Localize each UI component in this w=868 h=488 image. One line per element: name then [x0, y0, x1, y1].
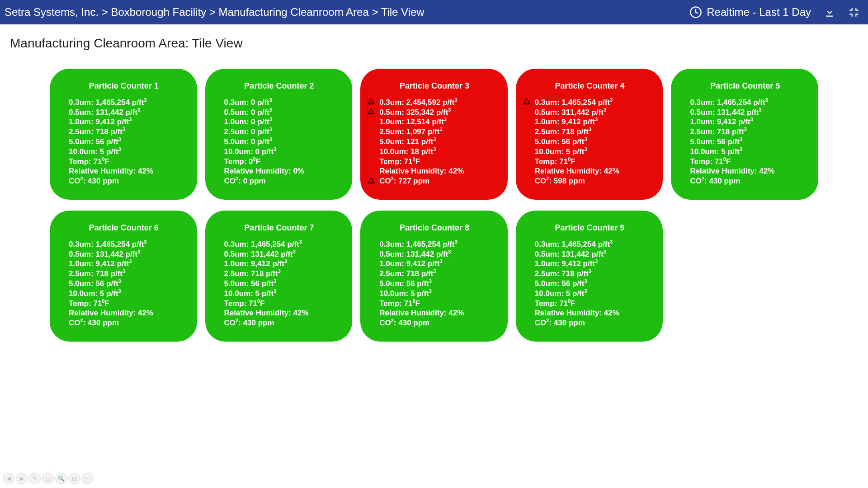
metric-value: 10.0um: 5 p/ft3: [224, 289, 277, 298]
metric-value: 1.0um: 9,412 p/ft3: [535, 259, 598, 268]
metric-value: 0.5um: 325,342 p/ft3: [379, 108, 451, 117]
metric-row: Relative Humidity: 42%: [60, 166, 191, 176]
metric-row: 1.0um: 9,412 p/ft3: [60, 259, 191, 269]
metric-row: 1.0um: 0 p/ft3: [215, 117, 346, 127]
metric-row: CO2: 430 ppm: [215, 318, 346, 328]
metric-row: 0.3um: 1,465,254 p/ft3: [60, 97, 191, 107]
tile-title: Particle Counter 4: [523, 81, 657, 91]
metric-value: 1.0um: 9,412 p/ft3: [69, 117, 132, 126]
subtitle-button[interactable]: ▤: [68, 473, 80, 484]
sensor-tile[interactable]: Particle Counter 60.3um: 1,465,254 p/ft3…: [50, 211, 197, 342]
metric-row: 5.0um: 0 p/ft3: [215, 137, 346, 147]
metric-row: 5.0um: 56 p/ft3: [681, 137, 812, 147]
tile-title: Particle Counter 8: [368, 223, 501, 233]
metric-value: 10.0um: 5 p/ft3: [379, 289, 432, 298]
metric-value: CO2: 598 ppm: [535, 177, 585, 185]
metric-value: 0.3um: 1,465,254 p/ft3: [224, 240, 302, 249]
next-button[interactable]: ▶: [16, 473, 28, 484]
metric-value: 10.0um: 5 p/ft3: [69, 289, 121, 298]
tile-metrics: 0.3um: 1,465,254 p/ft30.5um: 131,442 p/f…: [212, 239, 346, 328]
sensor-tile[interactable]: Particle Counter 4!0.3um: 1,465,254 p/ft…: [516, 69, 663, 200]
sensor-tile[interactable]: Particle Counter 20.3um: 0 p/ft30.5um: 0…: [205, 69, 353, 200]
metric-row: Temp: 710F: [526, 156, 657, 166]
sensor-tile[interactable]: Particle Counter 80.3um: 1,465,254 p/ft3…: [360, 211, 508, 342]
zoom-button[interactable]: 🔍: [55, 473, 67, 484]
metric-value: Temp: 710F: [224, 299, 265, 308]
prev-button[interactable]: ◀: [3, 473, 14, 484]
tile-grid: Particle Counter 10.3um: 1,465,254 p/ft3…: [50, 69, 818, 342]
metric-value: 10.0um: 5 p/ft3: [690, 147, 742, 156]
metric-row: Relative Humidity: 42%: [60, 308, 191, 318]
metric-value: 2.5um: 718 p/ft3: [224, 269, 281, 278]
metric-row: 5.0um: 56 p/ft3: [370, 279, 501, 289]
sensor-tile[interactable]: Particle Counter 3!0.3um: 2,454,592 p/ft…: [360, 69, 508, 200]
metric-row: 2.5um: 718 p/ft3: [215, 269, 346, 279]
metric-row: Temp: 710F: [60, 156, 191, 166]
metric-row: 0.3um: 0 p/ft3: [215, 97, 346, 107]
metric-value: CO2: 430 ppm: [69, 177, 119, 185]
metric-row: 0.3um: 1,465,254 p/ft3: [60, 239, 191, 249]
metric-value: 0.5um: 0 p/ft3: [224, 108, 272, 117]
metric-value: 1.0um: 9,412 p/ft3: [379, 259, 442, 268]
sensor-tile[interactable]: Particle Counter 90.3um: 1,465,254 p/ft3…: [516, 211, 663, 342]
sensor-tile[interactable]: Particle Counter 50.3um: 1,465,254 p/ft3…: [671, 69, 818, 200]
tile-metrics: !0.3um: 2,454,592 p/ft3!0.5um: 325,342 p…: [368, 97, 501, 186]
metric-row: 0.5um: 131,442 p/ft3: [60, 107, 191, 117]
clock-icon: [689, 6, 702, 19]
metric-value: 2.5um: 1,097 p/ft3: [379, 127, 442, 136]
top-bar: Setra Systems, Inc. > Boxborough Facilit…: [0, 0, 868, 24]
footer-toolbar: ◀ ▶ ✎ ◫ 🔍 ▤ ⋯: [3, 473, 93, 484]
metric-row: !0.5um: 325,342 p/ft3: [370, 107, 501, 117]
fullscreen-exit-icon[interactable]: [848, 6, 860, 18]
metric-row: 0.3um: 1,465,254 p/ft3: [215, 239, 346, 249]
tile-metrics: 0.3um: 1,465,254 p/ft30.5um: 131,442 p/f…: [368, 239, 501, 328]
breadcrumb[interactable]: Setra Systems, Inc. > Boxborough Facilit…: [5, 6, 425, 19]
metric-row: CO2: 430 ppm: [60, 318, 191, 328]
metric-value: 5.0um: 56 p/ft3: [690, 137, 742, 146]
metric-row: 0.5um: 131,442 p/ft3: [60, 249, 191, 259]
metric-value: 1.0um: 9,412 p/ft3: [69, 259, 132, 268]
metric-row: 5.0um: 56 p/ft3: [215, 279, 346, 289]
metric-row: Temp: 710F: [370, 298, 501, 308]
metric-value: 1.0um: 0 p/ft3: [224, 117, 272, 126]
metric-row: CO2: 430 ppm: [370, 318, 501, 328]
metric-value: CO2: 430 ppm: [379, 319, 429, 327]
camera-button[interactable]: ◫: [42, 473, 54, 484]
metric-row: 5.0um: 56 p/ft3: [526, 279, 657, 289]
metric-value: 5.0um: 56 p/ft3: [224, 279, 277, 288]
pen-button[interactable]: ✎: [29, 473, 41, 484]
tile-title: Particle Counter 3: [368, 81, 501, 91]
metric-row: 2.5um: 718 p/ft3: [526, 127, 657, 137]
metric-value: Temp: 710F: [69, 299, 109, 308]
metric-row: CO2: 430 ppm: [60, 176, 191, 186]
metric-value: 0.5um: 131,442 p/ft3: [535, 250, 606, 258]
metric-value: 0.3um: 0 p/ft3: [224, 98, 272, 107]
metric-row: Relative Humidity: 42%: [370, 308, 501, 318]
metric-row: 1.0um: 12,514 p/ft3: [370, 117, 501, 127]
metric-value: 0.3um: 1,465,254 p/ft3: [69, 240, 146, 249]
metric-row: 0.5um: 0 p/ft3: [215, 107, 346, 117]
tile-metrics: 0.3um: 1,465,254 p/ft30.5um: 131,442 p/f…: [678, 97, 812, 186]
metric-row: 10.0um: 5 p/ft3: [60, 289, 191, 299]
metric-row: !0.3um: 1,465,254 p/ft3: [526, 97, 657, 107]
sensor-tile[interactable]: Particle Counter 70.3um: 1,465,254 p/ft3…: [205, 211, 353, 342]
metric-value: 5.0um: 56 p/ft3: [69, 137, 121, 146]
metric-row: Temp: 710F: [526, 298, 657, 308]
metric-row: 1.0um: 9,412 p/ft3: [60, 117, 191, 127]
metric-value: 2.5um: 718 p/ft3: [535, 127, 591, 136]
metric-row: 2.5um: 1,097 p/ft3: [370, 127, 501, 137]
metric-value: CO2: 430 ppm: [224, 319, 274, 327]
realtime-label: Realtime - Last 1 Day: [707, 6, 811, 19]
metric-value: 0.5um: 131,442 p/ft3: [69, 250, 140, 258]
more-button[interactable]: ⋯: [81, 473, 93, 484]
sensor-tile[interactable]: Particle Counter 10.3um: 1,465,254 p/ft3…: [50, 69, 197, 200]
metric-value: 0.3um: 2,454,592 p/ft3: [379, 98, 457, 107]
realtime-selector[interactable]: Realtime - Last 1 Day: [689, 6, 811, 19]
metric-row: CO2: 598 ppm: [526, 176, 657, 186]
metric-value: 2.5um: 718 p/ft3: [690, 127, 746, 136]
metric-value: 5.0um: 121 p/ft3: [379, 137, 436, 146]
metric-row: Relative Humidity: 42%: [215, 308, 346, 318]
metric-value: 0.5um: 131,442 p/ft3: [69, 108, 140, 117]
tile-metrics: 0.3um: 0 p/ft30.5um: 0 p/ft31.0um: 0 p/f…: [212, 97, 346, 186]
download-icon[interactable]: [824, 6, 835, 18]
